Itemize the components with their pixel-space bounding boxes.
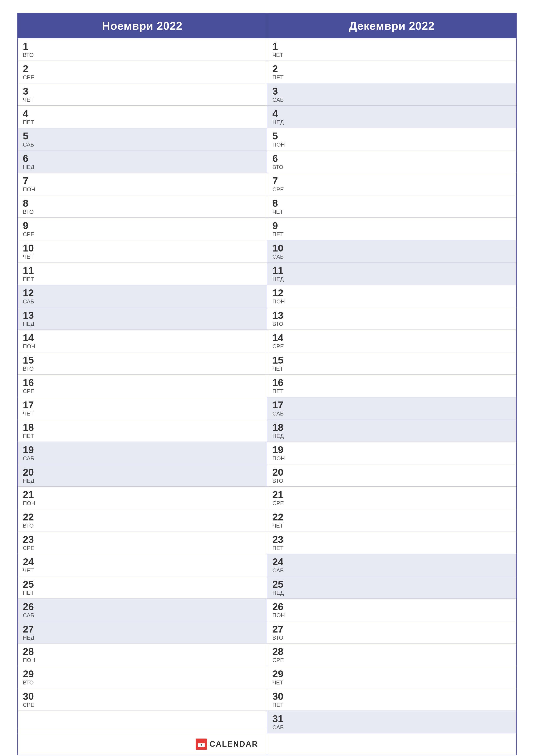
- day-name: ПОН: [23, 500, 35, 507]
- day-number: 31: [272, 714, 284, 724]
- dec-day-row: 4 НЕД: [267, 106, 516, 128]
- day-name: СРЕ: [23, 702, 34, 708]
- day-name: ПЕТ: [23, 276, 34, 283]
- day-name: САБ: [23, 298, 34, 305]
- day-number: 17: [23, 400, 34, 410]
- day-number: 26: [23, 602, 34, 611]
- november-column: 1 ВТО 2 СРЕ 3 ЧЕТ 4 ПЕТ 5 САБ: [18, 39, 267, 733]
- day-number: 10: [23, 243, 34, 253]
- day-cell: 11 НЕД: [272, 265, 284, 283]
- day-cell: 12 САБ: [23, 288, 34, 305]
- calendar-logo-svg: 7: [197, 740, 205, 748]
- day-number: 19: [23, 445, 34, 455]
- day-cell: 6 ВТО: [272, 153, 283, 171]
- day-name: СРЕ: [23, 74, 34, 81]
- day-name: САБ: [272, 410, 284, 417]
- day-cell: 9 СРЕ: [23, 221, 34, 238]
- day-cell: 30 ПЕТ: [272, 691, 284, 708]
- day-name: ЧЕТ: [23, 410, 34, 417]
- day-number: 30: [23, 691, 34, 701]
- dec-day-row: 7 СРЕ: [267, 173, 516, 195]
- nov-day-row: 12 САБ: [18, 285, 267, 307]
- day-name: НЕД: [23, 634, 35, 641]
- dec-day-row: 20 ВТО: [267, 464, 516, 487]
- day-number: 2: [23, 64, 34, 74]
- day-number: 7: [23, 176, 35, 186]
- day-cell: 28 ПОН: [23, 647, 35, 663]
- day-cell: 30 СРЕ: [23, 691, 34, 708]
- day-cell: 26 САБ: [23, 602, 34, 619]
- nov-day-row: 16 СРЕ: [18, 375, 267, 397]
- nov-footer: 7 CALENDAR: [18, 733, 267, 755]
- day-name: ПЕТ: [23, 590, 34, 596]
- dec-day-row: 29 ЧЕТ: [267, 666, 516, 688]
- day-number: 18: [272, 422, 284, 432]
- day-number: 20: [23, 467, 35, 477]
- day-name: ВТО: [23, 209, 34, 215]
- day-cell: 28 СРЕ: [272, 647, 284, 663]
- nov-day-row: 25 ПЕТ: [18, 576, 267, 599]
- calendar-body: 1 ВТО 2 СРЕ 3 ЧЕТ 4 ПЕТ 5 САБ: [18, 39, 516, 733]
- dec-day-row: 27 ВТО: [267, 621, 516, 643]
- day-cell: 1 ВТО: [23, 41, 34, 58]
- day-number: 15: [272, 355, 283, 365]
- dec-day-row: 22 ЧЕТ: [267, 509, 516, 531]
- day-name: СРЕ: [272, 343, 284, 350]
- day-number: 8: [272, 198, 283, 208]
- day-number: 13: [23, 310, 35, 320]
- nov-day-row: 20 НЕД: [18, 464, 267, 487]
- day-cell: 8 ЧЕТ: [272, 198, 283, 215]
- day-cell: 23 ПЕТ: [272, 534, 284, 552]
- day-name: ПОН: [23, 343, 35, 350]
- day-number: 11: [23, 265, 34, 275]
- day-number: 11: [272, 265, 284, 275]
- day-number: 1: [272, 41, 283, 51]
- day-number: 27: [272, 624, 283, 634]
- day-number: 12: [272, 288, 285, 298]
- logo-text: CALENDAR: [210, 740, 258, 749]
- dec-day-row: 15 ЧЕТ: [267, 352, 516, 375]
- nov-day-row: 27 НЕД: [18, 621, 267, 643]
- day-cell: 12 ПОН: [272, 288, 285, 305]
- day-cell: 27 ВТО: [272, 624, 283, 641]
- nov-day-row: 11 ПЕТ: [18, 262, 267, 285]
- day-name: НЕД: [23, 321, 35, 327]
- dec-day-row: 1 ЧЕТ: [267, 39, 516, 61]
- day-name: НЕД: [23, 164, 35, 171]
- dec-day-row: 6 ВТО: [267, 150, 516, 173]
- day-number: 6: [272, 153, 283, 163]
- dec-day-row: 28 СРЕ: [267, 643, 516, 666]
- logo: 7 CALENDAR: [196, 739, 258, 750]
- day-number: 13: [272, 310, 283, 320]
- day-cell: 19 ПОН: [272, 445, 285, 462]
- day-cell: 21 ПОН: [23, 490, 35, 507]
- day-cell: 22 ВТО: [23, 512, 34, 529]
- dec-day-row: 24 САБ: [267, 554, 516, 576]
- day-number: 23: [23, 534, 34, 544]
- day-name: ПЕТ: [23, 433, 34, 440]
- day-cell: 25 ПЕТ: [23, 579, 34, 596]
- day-cell: 17 САБ: [272, 400, 284, 417]
- dec-day-row: 21 СРЕ: [267, 487, 516, 509]
- day-name: ЧЕТ: [272, 679, 283, 686]
- nov-day-row: 26 САБ: [18, 599, 267, 621]
- day-cell: 20 НЕД: [23, 467, 35, 484]
- day-cell: 10 ЧЕТ: [23, 243, 34, 260]
- dec-day-row: 10 САБ: [267, 240, 516, 262]
- dec-day-row: 9 ПЕТ: [267, 218, 516, 240]
- nov-day-row: 30 СРЕ: [18, 688, 267, 711]
- day-name: ВТО: [23, 679, 34, 686]
- day-number: 19: [272, 445, 285, 455]
- day-cell: 13 НЕД: [23, 310, 35, 327]
- day-number: 25: [23, 579, 34, 589]
- day-number: 17: [272, 400, 284, 410]
- day-cell: 18 НЕД: [272, 422, 284, 440]
- day-name: ВТО: [23, 52, 34, 58]
- nov-day-row: 4 ПЕТ: [18, 106, 267, 128]
- nov-day-row: 8 ВТО: [18, 195, 267, 218]
- nov-day-row: 19 САБ: [18, 442, 267, 464]
- dec-day-row: 26 ПОН: [267, 599, 516, 621]
- day-name: ПЕТ: [272, 388, 284, 394]
- nov-day-row: 18 ПЕТ: [18, 419, 267, 442]
- day-number: 5: [23, 131, 34, 141]
